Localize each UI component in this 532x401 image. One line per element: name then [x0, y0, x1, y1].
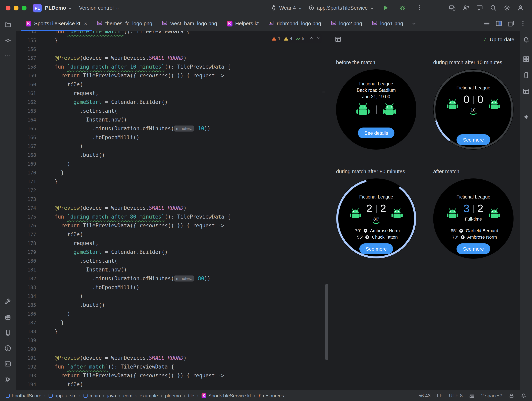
watch-preview-during-match-after-10-minutes[interactable]: Fictional League0010'See more	[433, 69, 513, 150]
code-line[interactable]: 170 }	[16, 168, 329, 177]
previous-issue-icon[interactable]	[309, 35, 314, 42]
project-selector[interactable]: PLDemo ⌄	[45, 5, 72, 11]
tab-sportstileservice-kt[interactable]: KSportsTileService.kt×	[21, 16, 92, 31]
code-line[interactable]: 169 )	[16, 160, 329, 168]
code-line[interactable]: 174@Preview(device = WearDevices.SMALL_R…	[16, 204, 329, 213]
readonly-icon[interactable]	[509, 393, 514, 398]
run-button[interactable]	[380, 3, 391, 13]
ai-assistant-button[interactable]	[474, 3, 485, 13]
code-line[interactable]: 191@Preview(device = WearDevices.SMALL_R…	[16, 354, 329, 363]
preview-layout-icon[interactable]	[335, 36, 341, 43]
detach-editor-button[interactable]	[506, 18, 516, 29]
tab-logo2-png[interactable]: logo2.png	[326, 16, 367, 31]
build-tool-button[interactable]	[2, 296, 13, 307]
code-line[interactable]: 164 Instant.now()	[16, 116, 329, 124]
code-line[interactable]: 166 .toEpochMilli()	[16, 133, 329, 142]
search-everywhere-button[interactable]	[488, 3, 498, 13]
vcs-menu[interactable]: Version control ⌄	[79, 5, 119, 11]
terminal-tool-button[interactable]	[2, 358, 13, 369]
breadcrumb-item-pldemo[interactable]: pldemo	[165, 393, 181, 398]
code-line[interactable]: 160 tile(	[16, 80, 329, 89]
indent-setting[interactable]: 2 spaces*	[481, 393, 502, 398]
device-manager-button[interactable]	[521, 70, 532, 80]
code-line[interactable]: 181 Instant.now()	[16, 265, 329, 274]
inspections-widget[interactable]: 1 4 5	[270, 35, 323, 43]
file-encoding[interactable]: UTF-8	[449, 393, 463, 398]
code-line[interactable]: 158fun `during match after 10 minutes`()…	[16, 62, 329, 71]
code-line[interactable]: 156	[16, 45, 329, 54]
hidden-tabs-button[interactable]	[408, 16, 420, 31]
code-line[interactable]: 186 )	[16, 309, 329, 318]
breadcrumb-item-tile[interactable]: tile	[188, 393, 194, 398]
watch-preview-before-the-match[interactable]: Fictional LeagueBack road StadiumJun 21,…	[336, 69, 416, 150]
code-line[interactable]: 192fun `after match`(): TilePreviewData …	[16, 363, 329, 371]
gemini-button[interactable]	[521, 111, 532, 122]
watch-preview-after-match[interactable]: Fictional League32Full-time85'Garfield B…	[433, 179, 513, 259]
resource-manager-button[interactable]	[521, 54, 532, 65]
more-tool-windows-button[interactable]	[2, 50, 13, 61]
code-line[interactable]: 183 .toEpochMilli()	[16, 283, 329, 292]
code-line[interactable]: 173	[16, 195, 329, 204]
code-line[interactable]: 184 )	[16, 292, 329, 301]
watch-preview-during-match-after-80-minutes[interactable]: Fictional League2280'70'Ambrose Norm55'C…	[336, 179, 416, 259]
line-separator[interactable]: LF	[437, 393, 443, 398]
tab-logo1-png[interactable]: logo1.png	[367, 16, 408, 31]
code-line[interactable]: 171}	[16, 177, 329, 186]
code-line[interactable]: 179 gameStart = Calendar.Builder()	[16, 248, 329, 257]
code-line[interactable]: 194 tile(	[16, 380, 329, 389]
editor-drag-handle-icon[interactable]: ≡	[322, 87, 326, 94]
breadcrumb-item-java[interactable]: java	[107, 393, 116, 398]
editor-scrollbar[interactable]	[325, 284, 328, 360]
close-tab-icon[interactable]: ×	[84, 20, 87, 27]
code-editor[interactable]: 154fun `before the match`(): TilePreview…	[16, 31, 329, 390]
breadcrumb-item-sportstileservice-kt[interactable]: KSportsTileService.kt	[202, 393, 251, 398]
close-window-button[interactable]	[6, 6, 10, 10]
device-selector[interactable]: Wear 4 ⌄	[271, 5, 302, 11]
next-issue-icon[interactable]	[316, 35, 321, 42]
breadcrumb-item-example[interactable]: example	[140, 393, 158, 398]
code-line[interactable]: 159 return TilePreviewData({ resources()…	[16, 71, 329, 80]
code-line[interactable]: 180 .setInstant(	[16, 257, 329, 265]
tab-helpers-kt[interactable]: KHelpers.kt	[222, 16, 264, 31]
breadcrumb-item-src[interactable]: src	[70, 393, 76, 398]
statusbar-notifications-icon[interactable]	[521, 393, 526, 398]
device-mirroring-button[interactable]	[447, 3, 457, 13]
tab-richmond-logo-png[interactable]: richmond_logo.png	[264, 16, 326, 31]
code-line[interactable]: 182 .minus(Duration.ofMinutes(minutes: 8…	[16, 274, 329, 283]
code-line[interactable]: 178 request,	[16, 239, 329, 248]
code-line[interactable]: 167 )	[16, 142, 329, 151]
commit-tool-button[interactable]	[2, 35, 13, 46]
code-line[interactable]: 162 gameStart = Calendar.Builder()	[16, 98, 329, 107]
tab-themes-fc-logo-png[interactable]: themes_fc_logo.png	[92, 16, 157, 31]
project-tool-button[interactable]	[2, 19, 13, 30]
code-line[interactable]: 177 tile(	[16, 230, 329, 239]
code-line[interactable]: 185 .build()	[16, 301, 329, 309]
watch-action-button[interactable]: See more	[456, 243, 490, 254]
code-line[interactable]: 165 .minus(Duration.ofMinutes(minutes: 1…	[16, 124, 329, 133]
code-line[interactable]: 193 return TilePreviewData({ resources()…	[16, 371, 329, 380]
code-line[interactable]: 168 .build()	[16, 151, 329, 160]
code-line[interactable]: 176 return TilePreviewData({ resources()…	[16, 221, 329, 230]
zoom-window-button[interactable]	[22, 6, 26, 10]
code-with-me-button[interactable]	[461, 3, 471, 13]
breadcrumb-item-main[interactable]: main	[83, 393, 100, 398]
problems-tool-button[interactable]	[2, 343, 13, 354]
code-line[interactable]: 175fun `during match after 80 minutes`()…	[16, 213, 329, 221]
indent-icon[interactable]	[469, 393, 475, 398]
settings-button[interactable]	[501, 3, 512, 13]
code-line[interactable]: 190	[16, 345, 329, 354]
notifications-button[interactable]	[521, 35, 532, 45]
code-line[interactable]: 189	[16, 336, 329, 345]
editor-more-button[interactable]	[518, 18, 528, 29]
watch-action-button[interactable]: See more	[359, 243, 393, 254]
breadcrumb-item-app[interactable]: app	[49, 393, 63, 398]
profile-button[interactable]	[515, 3, 526, 13]
watch-action-button[interactable]: See details	[358, 128, 395, 138]
code-line[interactable]: 172	[16, 186, 329, 195]
breadcrumb-item-com[interactable]: com	[123, 393, 132, 398]
code-line[interactable]: 157@Preview(device = WearDevices.SMALL_R…	[16, 54, 329, 62]
watch-action-button[interactable]: See more	[456, 134, 490, 145]
code-line[interactable]: 188}	[16, 327, 329, 336]
code-line[interactable]: 163 .setInstant(	[16, 107, 329, 116]
code-line[interactable]: 161 request,	[16, 89, 329, 98]
